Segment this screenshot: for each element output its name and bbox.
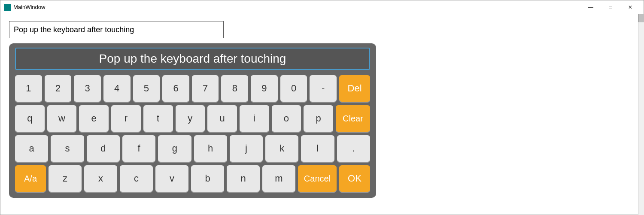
scrollbar[interactable] — [638, 14, 644, 215]
window-controls: — □ ✕ — [581, 0, 640, 14]
key-2[interactable]: 2 — [45, 75, 72, 102]
key-0[interactable]: 0 — [280, 75, 307, 102]
key-6[interactable]: 6 — [162, 75, 189, 102]
keyboard-container: Pop up the keyboard after touching 1 2 3… — [9, 43, 376, 198]
key-e[interactable]: e — [79, 105, 109, 132]
key-9[interactable]: 9 — [251, 75, 278, 102]
key-h[interactable]: h — [194, 135, 227, 162]
key-j[interactable]: j — [230, 135, 263, 162]
key-m[interactable]: m — [262, 165, 295, 192]
key-u[interactable]: u — [207, 105, 237, 132]
clear-button[interactable]: Clear — [336, 105, 370, 132]
key-n[interactable]: n — [227, 165, 260, 192]
key-f[interactable]: f — [122, 135, 155, 162]
key-4[interactable]: 4 — [103, 75, 131, 102]
key-8[interactable]: 8 — [221, 75, 248, 102]
key-period[interactable]: . — [337, 135, 370, 162]
key-s[interactable]: s — [51, 135, 84, 162]
key-5[interactable]: 5 — [133, 75, 160, 102]
key-d[interactable]: d — [87, 135, 120, 162]
key-w[interactable]: w — [47, 105, 77, 132]
key-r[interactable]: r — [111, 105, 141, 132]
title-bar: MainWindow — □ ✕ — [0, 0, 644, 14]
content-area: Pop up the keyboard after touching 1 2 3… — [0, 14, 644, 215]
key-v[interactable]: v — [155, 165, 188, 192]
key-x[interactable]: x — [84, 165, 117, 192]
minimize-button[interactable]: — — [581, 0, 601, 14]
key-z[interactable]: z — [49, 165, 82, 192]
main-window: MainWindow — □ ✕ Pop up the keyboard aft… — [0, 0, 644, 215]
key-o[interactable]: o — [272, 105, 301, 132]
key-c[interactable]: c — [120, 165, 153, 192]
cancel-button[interactable]: Cancel — [298, 165, 337, 192]
window-title: MainWindow — [13, 4, 581, 10]
maximize-button[interactable]: □ — [601, 0, 620, 14]
text-input[interactable] — [9, 21, 224, 38]
key-i[interactable]: i — [240, 105, 269, 132]
key-a[interactable]: a — [15, 135, 48, 162]
key-b[interactable]: b — [191, 165, 224, 192]
keyboard-row-zxcv: A/a z x c v b n m Cancel OK — [15, 165, 370, 192]
key-g[interactable]: g — [158, 135, 191, 162]
app-icon — [4, 4, 11, 11]
key-p[interactable]: p — [304, 105, 333, 132]
keyboard-display: Pop up the keyboard after touching — [15, 48, 370, 70]
key-1[interactable]: 1 — [15, 75, 42, 102]
keyboard-row-numbers: 1 2 3 4 5 6 7 8 9 0 - Del — [15, 75, 370, 102]
aa-button[interactable]: A/a — [15, 165, 46, 192]
key-t[interactable]: t — [143, 105, 173, 132]
key-7[interactable]: 7 — [192, 75, 219, 102]
key-dash[interactable]: - — [310, 75, 337, 102]
key-q[interactable]: q — [15, 105, 45, 132]
scrollbar-thumb[interactable] — [638, 14, 644, 22]
ok-button[interactable]: OK — [339, 165, 370, 192]
keyboard-row-qwerty: q w e r t y u i o p Clear — [15, 105, 370, 132]
close-button[interactable]: ✕ — [620, 0, 640, 14]
key-3[interactable]: 3 — [74, 75, 101, 102]
del-button[interactable]: Del — [339, 75, 370, 102]
key-y[interactable]: y — [176, 105, 205, 132]
key-l[interactable]: l — [301, 135, 334, 162]
key-k[interactable]: k — [265, 135, 298, 162]
keyboard-row-asdf: a s d f g h j k l . — [15, 135, 370, 162]
